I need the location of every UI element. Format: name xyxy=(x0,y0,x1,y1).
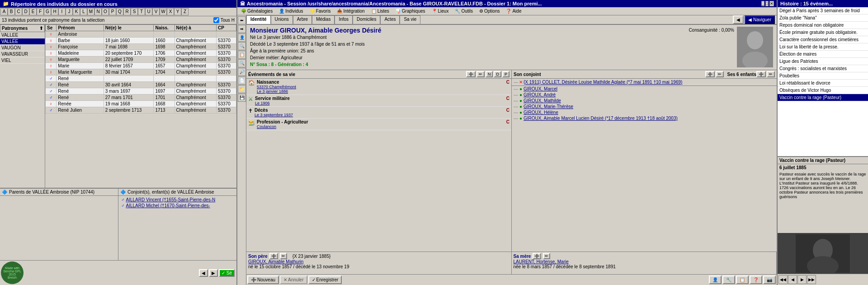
history-list-item[interactable]: Zola publie "Nana" xyxy=(778,14,868,22)
child-name-link[interactable]: GIROUX, Marie-Thérèse xyxy=(524,104,573,109)
alpha-btn-J[interactable]: J xyxy=(66,8,73,15)
action-icon-5[interactable]: 📷 xyxy=(763,276,776,284)
history-list-item[interactable]: Caractère confessionnel des cimetières xyxy=(778,36,868,43)
menu-integration[interactable]: 📥Intégration xyxy=(334,8,367,14)
side-icon-6[interactable]: 🔍 xyxy=(238,59,246,67)
close-btn[interactable]: ✕ xyxy=(769,1,774,6)
action-icon-1[interactable]: 👤 xyxy=(709,276,722,284)
history-list-item[interactable]: Ligue des Patriotes xyxy=(778,58,868,65)
patronymes-scroll[interactable]: ⬆ xyxy=(39,26,43,31)
side-icon-1[interactable]: ⬅ xyxy=(238,16,246,24)
menu-outils[interactable]: 🔧Outils xyxy=(452,8,476,14)
children-edit-btn[interactable]: ✏ xyxy=(767,71,775,77)
mother-name-link[interactable]: LAURENT, Hortense, Marie xyxy=(514,259,775,264)
prev-person-btn[interactable]: ◀ xyxy=(733,15,744,24)
patronyme-item-vavasseur[interactable]: VAVASSEUR xyxy=(0,51,45,57)
alpha-btn-W[interactable]: W xyxy=(160,8,167,15)
table-row[interactable]: ♂ René 27 mars 1701 1701 Champfrémont 53… xyxy=(46,95,236,101)
alpha-btn-S[interactable]: S xyxy=(131,8,138,15)
minimize-btn[interactable]: _ xyxy=(761,1,764,6)
alpha-btn-R[interactable]: R xyxy=(123,8,131,15)
right-btn-4[interactable]: ▶▶ xyxy=(807,275,816,284)
alpha-btn-F[interactable]: F xyxy=(37,8,44,15)
table-row[interactable]: ♂ René 3 mars 1697 1697 Champfrémont 533… xyxy=(46,88,236,95)
event-naissance-place[interactable]: 53370 Champfrémont xyxy=(257,85,505,89)
menu-favoris[interactable]: ⭐Favoris xyxy=(307,8,334,14)
child-name-link[interactable]: GIROUX, Marcel xyxy=(524,86,557,91)
patronyme-item-vallee[interactable]: VALLEE xyxy=(0,32,45,38)
right-btn-1[interactable]: ◀◀ xyxy=(778,275,788,284)
side-icon-7[interactable]: 🔎 xyxy=(238,68,246,76)
conjoint-name-link[interactable]: {X 1911} COLLET, Désirée Louise Mathilde… xyxy=(524,80,682,85)
conjoint-edit-btn[interactable]: ✏ xyxy=(716,71,724,77)
side-icon-2[interactable]: ➡ xyxy=(238,25,246,33)
event-edit-btn[interactable]: ✏ xyxy=(476,71,485,77)
father-add-btn[interactable]: ➕ xyxy=(269,253,278,259)
menu-individus[interactable]: 👤Individus xyxy=(276,8,306,14)
alpha-btn-A[interactable]: A xyxy=(0,8,8,15)
alpha-btn-O[interactable]: O xyxy=(102,8,109,15)
aillard-michel-link[interactable]: AILLARD Michel (†1670-Saint-Pierre-des- xyxy=(126,203,210,208)
table-row[interactable]: ♀ Ambroise xyxy=(46,31,236,38)
alpha-btn-E[interactable]: E xyxy=(29,8,37,15)
side-icon-8[interactable]: 📄 xyxy=(238,76,246,85)
event-profession-place[interactable]: Coulancon xyxy=(257,124,505,129)
history-list-item[interactable]: Vaccin contre la rage (Pasteur) xyxy=(778,94,868,101)
action-icon-4[interactable]: ❓ xyxy=(750,276,762,284)
tab-medias[interactable]: Médias xyxy=(312,15,335,24)
event-d-btn[interactable]: D xyxy=(494,71,501,77)
menu-graphiques[interactable]: 📊Graphiques xyxy=(393,8,428,14)
event-p-btn[interactable]: P xyxy=(502,71,509,77)
history-list-item[interactable]: Repos dominical non obligatoire xyxy=(778,22,868,29)
navigate-btn[interactable]: ◀ Naviguer xyxy=(745,15,775,24)
table-row[interactable]: ♀ Barbe 18 juin 1660 1660 Champfrémont 5… xyxy=(46,38,236,44)
table-row[interactable]: ♂ René 30 avril 1664 1664 Champfrémont 5… xyxy=(46,82,236,88)
alpha-btn-B[interactable]: B xyxy=(8,8,15,15)
mother-edit-btn[interactable]: ✏ xyxy=(543,253,550,259)
nouveau-btn[interactable]: ➕ Nouveau xyxy=(247,276,279,284)
alpha-btn-V[interactable]: V xyxy=(152,8,160,15)
alpha-btn-H[interactable]: H xyxy=(51,8,58,15)
patronyme-item-vaugon[interactable]: VAUGON xyxy=(0,45,45,51)
scroll-right-btn[interactable]: ▶ xyxy=(209,269,218,277)
tab-arbre[interactable]: Arbre xyxy=(293,15,312,24)
menu-lieux[interactable]: 📍Lieux xyxy=(429,8,452,14)
menu-genealogies[interactable]: 🌳Généalogies xyxy=(238,8,275,14)
maximize-btn[interactable]: □ xyxy=(765,1,769,6)
patronyme-item-viel[interactable]: VIEL xyxy=(0,57,45,64)
side-icon-4[interactable]: 🔍 xyxy=(238,42,246,50)
father-name-link[interactable]: GIROUX, Aimable Mathurin xyxy=(248,259,509,264)
alpha-btn-Y[interactable]: Y xyxy=(174,8,181,15)
conjoint-add-btn[interactable]: ➕ xyxy=(705,71,715,77)
history-list-item[interactable]: Dégel à Paris après 3 semaines de froid xyxy=(778,7,868,14)
table-row[interactable]: ♂ René xyxy=(46,76,236,82)
scroll-left-btn[interactable]: ◀ xyxy=(199,269,208,277)
alpha-btn-C[interactable]: C xyxy=(15,8,22,15)
event-naissance-date[interactable]: Le 3 janvier 1886 xyxy=(257,89,505,94)
table-row[interactable]: ♀ Madeleine 20 septembre 170 1706 Champf… xyxy=(46,50,236,57)
menu-options[interactable]: ⚙Options xyxy=(476,8,502,14)
side-icon-5[interactable]: 📋 xyxy=(238,51,246,59)
event-n-btn[interactable]: N xyxy=(486,71,493,77)
annuler-btn[interactable]: ✕ Annuler xyxy=(280,276,307,284)
alpha-btn-G[interactable]: G xyxy=(44,8,51,15)
mother-add-btn[interactable]: ➕ xyxy=(533,253,541,259)
table-row[interactable]: ♀ Marguerite 22 juillet 1709 1709 Champf… xyxy=(46,57,236,63)
tab-actes[interactable]: Actes xyxy=(380,15,400,24)
child-name-link[interactable]: GIROUX, Aimable Marcel Lucien Désiré (*1… xyxy=(524,116,678,121)
alpha-btn-M[interactable]: M xyxy=(87,8,94,15)
event-service-date[interactable]: Le 1906 xyxy=(255,101,505,105)
history-list-item[interactable]: Loi rétablissant le divorce xyxy=(778,80,868,87)
history-list-item[interactable]: École primaire gratuite puis obligatoire… xyxy=(778,29,868,36)
table-row[interactable]: ♀ Renée 19 mai 1668 1668 Champfrémont 53… xyxy=(46,101,236,107)
history-list-item[interactable]: Poubelles xyxy=(778,72,868,80)
father-edit-btn[interactable]: ✏ xyxy=(280,253,287,259)
tab-domiciles[interactable]: Domiciles xyxy=(353,15,380,24)
enregistrer-btn[interactable]: ✓ Enregistrer xyxy=(308,276,342,284)
alpha-btn-X[interactable]: X xyxy=(167,8,174,15)
alpha-btn-P[interactable]: P xyxy=(109,8,116,15)
event-add-btn[interactable]: ➕ xyxy=(466,71,476,77)
alpha-btn-D[interactable]: D xyxy=(22,8,29,15)
menu-listes[interactable]: 📋Listes xyxy=(368,8,392,14)
table-row[interactable]: ♀ Marie 8 février 1657 1657 Champfrémont… xyxy=(46,63,236,69)
